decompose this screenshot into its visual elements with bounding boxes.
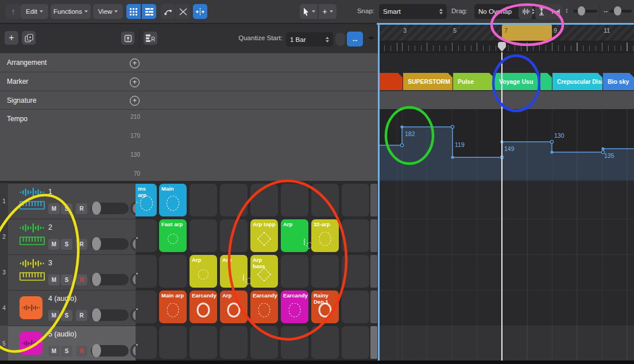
horizontal-auto-zoom-button[interactable] bbox=[549, 4, 562, 19]
volume-slider[interactable] bbox=[91, 345, 129, 357]
marker-region[interactable]: Bio sky bbox=[603, 73, 634, 90]
loop-cell[interactable]: Arp topp bbox=[250, 219, 278, 252]
split-tool-button[interactable] bbox=[193, 4, 207, 19]
track-header-1[interactable]: 1 1 M S R bbox=[0, 183, 136, 219]
loop-cell[interactable]: Rainy Den.1 bbox=[311, 291, 339, 323]
panel-divider-handle[interactable]: ◀▶ bbox=[368, 35, 374, 40]
grid-view-button[interactable] bbox=[126, 4, 141, 19]
duplicate-track-button[interactable] bbox=[22, 31, 36, 45]
loop-cell[interactable]: Earcandy bbox=[190, 291, 217, 323]
empty-cell[interactable] bbox=[159, 326, 187, 359]
solo-button[interactable]: S bbox=[61, 274, 72, 285]
beat-ruler[interactable] bbox=[379, 41, 634, 53]
volume-slider-thumb[interactable] bbox=[92, 344, 101, 357]
vertical-zoom-slider-thumb[interactable] bbox=[578, 6, 585, 16]
panel-border-left[interactable] bbox=[378, 23, 380, 361]
loop-cell[interactable]: Arp bbox=[190, 255, 217, 288]
add-marker-button[interactable]: + bbox=[130, 78, 140, 87]
record-button[interactable]: R bbox=[76, 346, 87, 357]
snap-select[interactable]: Smart bbox=[379, 4, 447, 19]
record-button[interactable]: R bbox=[76, 203, 87, 214]
empty-cell[interactable] bbox=[342, 291, 369, 323]
volume-slider[interactable] bbox=[91, 238, 129, 250]
volume-slider[interactable] bbox=[91, 274, 129, 285]
loop-cell[interactable]: Main bbox=[159, 184, 187, 216]
empty-cell[interactable] bbox=[190, 184, 217, 216]
pointer-tool-button[interactable] bbox=[300, 4, 318, 19]
mute-button[interactable]: M bbox=[48, 203, 60, 214]
mute-button[interactable]: M bbox=[48, 310, 60, 321]
empty-cell[interactable] bbox=[220, 326, 248, 359]
secondary-tool-button[interactable]: + bbox=[319, 4, 337, 19]
add-arrangement-marker-button[interactable]: + bbox=[130, 59, 140, 68]
loop-cell[interactable]: Earcandy bbox=[281, 291, 308, 323]
join-tool-button[interactable] bbox=[161, 4, 175, 19]
mute-button[interactable]: M bbox=[48, 239, 60, 250]
solo-button[interactable]: S bbox=[61, 310, 72, 321]
empty-cell[interactable] bbox=[190, 326, 217, 359]
empty-cell[interactable] bbox=[136, 255, 157, 288]
add-track-button[interactable]: + bbox=[5, 31, 18, 45]
back-button[interactable]: ↑ bbox=[6, 4, 21, 19]
volume-slider-thumb[interactable] bbox=[92, 273, 101, 286]
empty-cell[interactable] bbox=[136, 326, 157, 359]
volume-slider-thumb[interactable] bbox=[92, 202, 101, 215]
empty-cell[interactable] bbox=[342, 184, 369, 216]
add-signature-button[interactable]: + bbox=[130, 96, 140, 106]
marker-region[interactable]: Crepuscular Dissent bbox=[552, 73, 602, 90]
volume-slider[interactable] bbox=[91, 203, 129, 214]
empty-cell[interactable] bbox=[342, 326, 369, 359]
mute-button[interactable]: M bbox=[48, 274, 60, 285]
empty-cell[interactable] bbox=[250, 326, 278, 359]
loop-cell[interactable]: Fast arp bbox=[159, 219, 187, 252]
empty-cell[interactable] bbox=[136, 219, 157, 252]
rows-view-button[interactable] bbox=[142, 4, 156, 19]
loop-cell[interactable]: Arp bass bbox=[250, 255, 278, 288]
loop-cell[interactable]: Main arp bbox=[159, 291, 187, 323]
mute-button[interactable]: M bbox=[48, 346, 60, 357]
empty-cell[interactable] bbox=[311, 255, 339, 288]
marker-region[interactable]: SUPERSTORM bbox=[403, 73, 453, 90]
empty-cell[interactable] bbox=[342, 219, 369, 252]
solo-button[interactable]: S bbox=[61, 239, 72, 250]
record-button[interactable]: R bbox=[76, 310, 87, 321]
edit-menu[interactable]: Edit bbox=[21, 4, 48, 19]
empty-cell[interactable] bbox=[311, 184, 339, 216]
loop-cell[interactable]: Arp bbox=[220, 255, 248, 288]
marker-region[interactable] bbox=[379, 73, 403, 90]
loop-cell[interactable]: Arp bbox=[281, 219, 308, 252]
empty-cell[interactable] bbox=[281, 184, 308, 216]
solo-button[interactable]: S bbox=[61, 203, 72, 214]
empty-cell[interactable] bbox=[342, 255, 369, 288]
record-button[interactable]: R bbox=[76, 239, 87, 250]
marker-region[interactable]: Pulse bbox=[453, 73, 494, 90]
loop-cell[interactable]: Earcandy bbox=[250, 291, 278, 323]
track-header-4[interactable]: 4 4 (audio) M S R bbox=[0, 290, 136, 326]
arrangement-track-header[interactable]: Arrangement + bbox=[0, 53, 379, 72]
empty-cell[interactable] bbox=[220, 219, 248, 252]
functions-menu[interactable]: Functions bbox=[51, 4, 91, 19]
volume-slider[interactable] bbox=[91, 309, 129, 321]
catch-playhead-button[interactable]: ↔ bbox=[347, 32, 363, 47]
track-header-5[interactable]: 5 5 (audio) M S R bbox=[0, 326, 136, 361]
empty-cell[interactable] bbox=[190, 219, 217, 252]
horizontal-zoom-slider-thumb[interactable] bbox=[614, 6, 621, 16]
volume-slider-thumb[interactable] bbox=[92, 308, 101, 322]
track-header-3[interactable]: 3 3 M S R bbox=[0, 254, 136, 290]
vertical-zoom-slider[interactable] bbox=[573, 10, 597, 13]
loop-cell[interactable]: Arp bbox=[220, 291, 248, 323]
view-menu[interactable]: View bbox=[93, 4, 123, 19]
vertical-auto-zoom-button[interactable] bbox=[535, 4, 548, 19]
waveform-zoom-button[interactable] bbox=[519, 4, 532, 19]
empty-cell[interactable] bbox=[250, 184, 278, 216]
empty-cell[interactable] bbox=[136, 291, 157, 323]
pack-folder-button[interactable] bbox=[121, 32, 134, 45]
loop-cell[interactable]: ms arp bbox=[136, 184, 157, 216]
playhead-line[interactable] bbox=[501, 52, 502, 361]
empty-cell[interactable] bbox=[311, 326, 339, 359]
horizontal-zoom-slider[interactable] bbox=[610, 10, 632, 13]
record-button[interactable]: R bbox=[76, 274, 87, 285]
loop-cell[interactable]: 32-arp bbox=[311, 219, 339, 252]
cycle-region[interactable] bbox=[502, 25, 552, 41]
marker-track-header[interactable]: Marker + bbox=[0, 72, 379, 91]
